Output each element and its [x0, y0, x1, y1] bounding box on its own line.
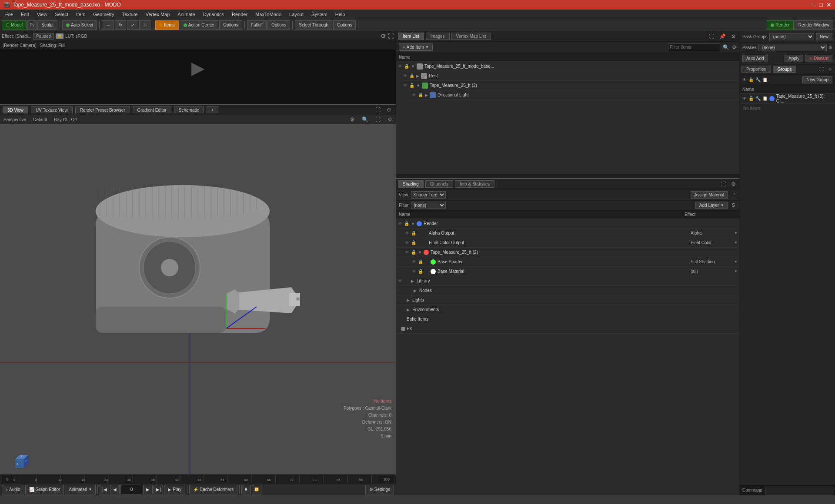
- expand-arrow[interactable]: ▶: [425, 93, 428, 97]
- auto-select-button[interactable]: Auto Select: [62, 20, 97, 30]
- visibility-icon[interactable]: 👁: [403, 73, 407, 78]
- shading-settings-icon[interactable]: ⚙: [729, 181, 738, 187]
- tab-shading[interactable]: Shading: [398, 180, 424, 188]
- visibility-icon[interactable]: 👁: [405, 231, 409, 235]
- record-button[interactable]: ⏺: [241, 485, 251, 494]
- prev-first-button[interactable]: |◀: [100, 485, 109, 494]
- action-center-button[interactable]: Action Center: [180, 20, 219, 30]
- viewport-settings-icon[interactable]: ⚙: [385, 107, 393, 113]
- tab-uv-texture[interactable]: UV Texture View: [31, 106, 73, 113]
- new-button[interactable]: New: [816, 33, 832, 40]
- shader-row-fx[interactable]: FX: [396, 324, 739, 334]
- item-list-pin-icon[interactable]: 📌: [718, 33, 728, 40]
- options2-button[interactable]: Options: [267, 20, 290, 30]
- tab-gradient-editor[interactable]: Gradient Editor: [133, 106, 171, 113]
- menu-animate[interactable]: Animate: [174, 11, 198, 18]
- pass-groups-select[interactable]: (none): [769, 33, 814, 40]
- settings-button[interactable]: ⚙ Settings: [365, 485, 394, 494]
- apply-button[interactable]: Apply: [785, 55, 803, 62]
- prev-frame-button[interactable]: ◀: [110, 485, 120, 494]
- expand-arrow[interactable]: ▼: [416, 83, 420, 88]
- viewport-info-gear2[interactable]: ⚙: [387, 116, 392, 123]
- timeline[interactable]: 0 0 6 12 18 24 30: [0, 474, 396, 483]
- expand-icon[interactable]: ▼: [411, 222, 415, 226]
- view-orientation-cube[interactable]: X Y Z: [13, 453, 30, 470]
- menu-edit[interactable]: Edit: [17, 11, 33, 18]
- shader-row-alpha[interactable]: 👁 🔒 Alpha Output Alpha ▼: [396, 229, 739, 238]
- settings-icon-top[interactable]: ⚙: [381, 33, 386, 40]
- visibility-icon[interactable]: 👁: [412, 93, 416, 97]
- assign-material-button[interactable]: Assign Material: [691, 191, 728, 199]
- effect-dropdown-icon[interactable]: ▼: [734, 241, 738, 245]
- add-layer-button[interactable]: Add Layer ▼: [695, 202, 728, 209]
- command-input[interactable]: [765, 487, 832, 494]
- auto-add-button[interactable]: Auto Add: [742, 55, 768, 62]
- menu-file[interactable]: File: [2, 11, 17, 18]
- menu-layout[interactable]: Layout: [286, 11, 307, 18]
- props-expand-icon[interactable]: ⛶: [818, 67, 825, 72]
- menu-help[interactable]: Help: [332, 11, 349, 18]
- loop-button[interactable]: 🔁: [252, 485, 261, 494]
- expand-icon[interactable]: ▶: [411, 279, 415, 283]
- visibility-icon[interactable]: 👁: [412, 269, 416, 274]
- visibility-icon[interactable]: 👁: [403, 83, 407, 88]
- menu-item[interactable]: Item: [73, 11, 89, 18]
- shading-expand-icon[interactable]: ⛶: [719, 181, 728, 187]
- menu-texture[interactable]: Texture: [119, 11, 141, 18]
- shader-row-bake-items[interactable]: Bake Items: [396, 315, 739, 324]
- vis-icon-3[interactable]: 🔧: [755, 77, 761, 82]
- viewport-info-zoom[interactable]: 🔍: [362, 116, 368, 123]
- tab-channels[interactable]: Channels: [425, 180, 453, 188]
- shader-row-library[interactable]: 👁 ▶ Library: [396, 276, 739, 286]
- shader-row-lights[interactable]: ▶ Lights: [396, 295, 739, 305]
- items-button[interactable]: Items: [155, 20, 178, 30]
- passes-select[interactable]: (none): [758, 44, 827, 51]
- menu-geometry[interactable]: Geometry: [90, 11, 117, 18]
- visibility-icon[interactable]: 👁: [398, 279, 402, 283]
- model-mode-button[interactable]: ⬡ Model: [2, 20, 27, 30]
- new-group-button[interactable]: New Group: [802, 76, 832, 83]
- visibility-icon[interactable]: 👁: [398, 64, 402, 69]
- viewport-info-expand2[interactable]: ⛶: [375, 116, 381, 123]
- menu-system[interactable]: System: [308, 11, 331, 18]
- animated-button[interactable]: Animated ▼: [65, 485, 96, 494]
- group-settings[interactable]: 🔧: [755, 96, 761, 101]
- item-list-scrollbar[interactable]: [396, 174, 739, 178]
- scale-button[interactable]: ⤢: [127, 20, 138, 30]
- visibility-icon[interactable]: 👁: [398, 221, 402, 226]
- options1-button[interactable]: Options: [219, 20, 242, 30]
- item-row[interactable]: 👁 🔒 ▼ Tape_Measure_25_ft (2): [401, 81, 739, 90]
- tab-info-stats[interactable]: Info & Statistics: [455, 180, 494, 188]
- shader-tree-dropdown[interactable]: Shader Tree: [411, 191, 446, 199]
- menu-render[interactable]: Render: [228, 11, 251, 18]
- vis-icon-1[interactable]: 👁: [742, 77, 747, 82]
- render-window-button[interactable]: Render Window: [795, 20, 833, 30]
- tab-vertex-map-list[interactable]: Vertex Map List: [451, 33, 491, 40]
- tab-groups[interactable]: Groups: [773, 66, 797, 73]
- vis-icon-2[interactable]: 🔒: [748, 77, 754, 82]
- effect-dropdown-icon[interactable]: ▼: [734, 260, 738, 264]
- expand-arrow[interactable]: ▼: [411, 64, 415, 69]
- falloff-button[interactable]: Falloff: [247, 20, 267, 30]
- shader-row-nodes[interactable]: ▶ Nodes: [396, 286, 739, 295]
- frame-input[interactable]: [120, 485, 142, 494]
- transform-button[interactable]: ⊹: [139, 20, 150, 30]
- viewport-info-settings[interactable]: ⚙: [350, 116, 355, 123]
- paused-button[interactable]: Paused: [33, 33, 54, 40]
- tab-properties[interactable]: Properties: [741, 66, 771, 73]
- audio-button[interactable]: ♪ Audio: [2, 485, 24, 494]
- shader-row-base-material[interactable]: 👁 🔒 Base Material (all) ▼: [396, 267, 739, 276]
- item-list-expand-icon[interactable]: ⛶: [707, 33, 716, 40]
- visibility-icon[interactable]: 👁: [412, 259, 416, 264]
- tab-render-preset[interactable]: Render Preset Browser: [75, 106, 130, 113]
- render-button[interactable]: Render: [767, 20, 794, 30]
- menu-view[interactable]: View: [33, 11, 51, 18]
- tab-3d-view[interactable]: 3D View: [3, 106, 28, 113]
- viewport-3d[interactable]: 3D View UV Texture View Render Preset Br…: [0, 105, 396, 474]
- expand-icon-top[interactable]: ⛶: [388, 33, 394, 40]
- visibility-icon[interactable]: 👁: [405, 250, 409, 255]
- shader-row-environments[interactable]: ▶ Environments: [396, 305, 739, 315]
- titlebar-controls[interactable]: ─ □ ✕: [812, 1, 832, 8]
- discard-button[interactable]: ✕ Discard: [805, 55, 832, 62]
- sculpt-button[interactable]: Sculpt: [37, 20, 57, 30]
